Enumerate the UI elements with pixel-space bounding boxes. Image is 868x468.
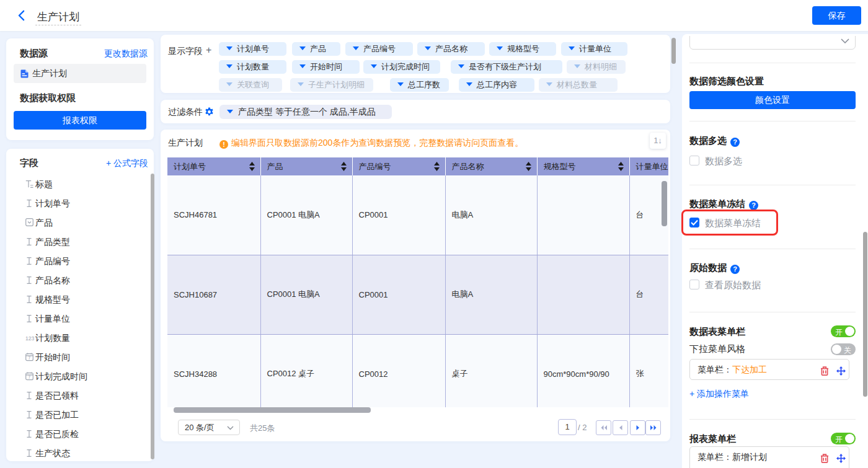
svg-text:7: 7 [29, 375, 31, 379]
svg-text:7: 7 [29, 356, 31, 360]
svg-text:123: 123 [25, 335, 34, 342]
